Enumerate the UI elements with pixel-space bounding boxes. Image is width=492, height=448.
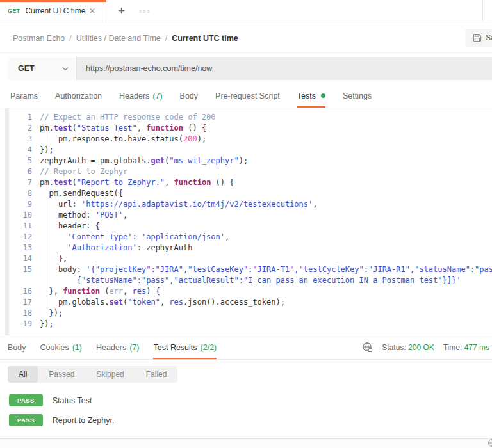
time-value: 477 ms [464, 343, 489, 352]
response-tab-count: (7) [129, 343, 139, 352]
pass-badge: PASS [9, 394, 43, 406]
tests-code-editor[interactable]: 1// Expect an HTTP response code of 2002… [0, 108, 492, 335]
response-tab-label: Test Results [153, 343, 197, 352]
response-tab-cookies[interactable]: Cookies(1) [40, 335, 82, 359]
test-results-list: PASSStatus TestPASSReport to Zephyr. [0, 390, 492, 430]
ellipsis-icon: ○○○ [139, 9, 151, 13]
code-line: 5zephyrAuth = pm.globals.get("ms-wit_zep… [0, 156, 492, 166]
status-label: Status: [382, 343, 406, 352]
code-line-content: }); [40, 308, 492, 319]
request-tab-label: Pre-request Script [215, 92, 280, 100]
request-tab-label: Body [180, 92, 199, 100]
code-line: 18 }); [0, 308, 492, 319]
code-line: 1// Expect an HTTP response code of 200 [0, 112, 492, 123]
pass-badge: PASS [9, 414, 43, 426]
request-tab-pre-request-script[interactable]: Pre-request Script [215, 84, 280, 108]
new-tab-button[interactable]: + [118, 0, 125, 22]
code-line: 16 }, function (err, res) { [0, 286, 492, 297]
request-tab-label: Tests [297, 92, 316, 100]
code-line-content: url: 'https://api.adaptavist.io/tm4j/v2/… [40, 199, 492, 210]
breadcrumb-item-postman-echo[interactable]: Postman Echo [13, 34, 65, 43]
request-section-tabs: ParamsAuthorizationHeaders(7)BodyPre-req… [0, 84, 492, 108]
url-bar: GET [8, 57, 492, 80]
request-tab-tests[interactable]: Tests [297, 84, 325, 108]
green-dot-icon [321, 93, 325, 98]
code-line: 19}); [0, 319, 492, 330]
save-button[interactable]: Save [465, 29, 492, 47]
code-line-content: }); [40, 319, 492, 330]
code-line-content: body: '{"projectKey":"JIRA","testCaseKey… [40, 264, 492, 275]
indent-guide [49, 188, 49, 319]
response-tab-count: (1) [72, 343, 82, 352]
code-line-content: // Expect an HTTP response code of 200 [40, 112, 492, 123]
network-globe-lock-icon[interactable] [362, 342, 373, 353]
response-tab-count: (2/2) [201, 343, 217, 352]
code-line: 6// Report to Zephyr [0, 166, 492, 177]
breadcrumb-separator: / [69, 34, 71, 43]
more-tabs-button[interactable]: ○○○ [139, 0, 151, 22]
response-tab-test-results[interactable]: Test Results(2/2) [153, 335, 217, 359]
breadcrumb: Postman Echo/Utilities / Date and Time/C… [13, 32, 238, 44]
code-line: 3 pm.response.to.have.status(200); [0, 134, 492, 145]
code-line: {"statusName":"pass","actualResult":"I c… [0, 275, 492, 286]
code-lines: 1// Expect an HTTP response code of 2002… [0, 112, 492, 330]
response-tabs: BodyCookies(1)Headers(7)Test Results(2/2… [8, 335, 217, 359]
code-line-content: 'Content-Type': 'application/json', [40, 232, 492, 243]
request-tab-body[interactable]: Body [180, 84, 199, 108]
filter-all[interactable]: All [8, 366, 38, 383]
response-tab-body[interactable]: Body [8, 335, 26, 359]
request-tab-headers[interactable]: Headers(7) [119, 84, 163, 108]
tab-title: Current UTC time [25, 6, 85, 15]
tabbar-divider [482, 0, 483, 22]
code-line-content: pm.sendRequest({ [40, 188, 492, 199]
response-tab-headers[interactable]: Headers(7) [96, 335, 140, 359]
code-line-content: header: { [40, 221, 492, 232]
editor-gutter-strip [5, 108, 9, 335]
request-tab-settings[interactable]: Settings [343, 84, 372, 108]
time-indicator: Time: 477 ms [443, 343, 489, 352]
code-line: 9 url: 'https://api.adaptavist.io/tm4j/v… [0, 199, 492, 210]
code-line-content: pm.test("Status Test", function () { [40, 123, 492, 134]
url-input[interactable] [77, 57, 492, 80]
status-value: 200 OK [408, 343, 434, 352]
breadcrumb-row: Postman Echo/Utilities / Date and Time/C… [0, 22, 492, 53]
chevron-down-icon [62, 67, 69, 71]
request-tab-count: (7) [152, 92, 162, 100]
filter-skipped[interactable]: Skipped [85, 366, 135, 383]
breadcrumb-item-utilities-date-and-time[interactable]: Utilities / Date and Time [76, 34, 161, 43]
method-select[interactable]: GET [8, 57, 77, 80]
url-row: GET [0, 53, 492, 84]
code-line-content: }, function (err, res) { [40, 286, 492, 297]
request-tab-label: Params [10, 92, 38, 100]
code-line: 13 'Authorization': zephyrAuth [0, 243, 492, 253]
code-line-content: {"statusName":"pass","actualResult":"I c… [40, 275, 492, 286]
response-section-bar: BodyCookies(1)Headers(7)Test Results(2/2… [0, 335, 492, 360]
test-result-name: Report to Zephyr. [53, 416, 115, 425]
code-line-content: method: 'POST', [40, 210, 492, 221]
filter-passed[interactable]: Passed [38, 366, 85, 383]
save-button-label: Save [486, 33, 492, 42]
response-tab-label: Body [8, 343, 26, 352]
footer-globe-icon[interactable] [488, 438, 492, 447]
code-line: 12 'Content-Type': 'application/json', [0, 232, 492, 243]
request-tab-params[interactable]: Params [10, 84, 38, 108]
code-line-content: // Report to Zephyr [40, 166, 492, 177]
status-footer [0, 438, 492, 448]
code-line: 14 }, [0, 253, 492, 264]
postman-window: GET Current UTC time ✕ + ○○○ Postman Ech… [0, 0, 492, 448]
filter-failed[interactable]: Failed [135, 366, 178, 383]
code-line-content: pm.test("Report to Zephyr.", function ()… [40, 177, 492, 188]
code-line: 10 method: 'POST', [0, 210, 492, 221]
tab-bar: GET Current UTC time ✕ + ○○○ [0, 0, 492, 22]
request-tab-current-utc-time[interactable]: GET Current UTC time ✕ [0, 0, 106, 22]
code-line: 2pm.test("Status Test", function () { [0, 123, 492, 134]
request-tab-authorization[interactable]: Authorization [55, 84, 102, 108]
tab-method-badge: GET [8, 8, 20, 14]
request-tab-label: Authorization [55, 92, 102, 100]
code-line: 15 body: '{"projectKey":"JIRA","testCase… [0, 264, 492, 275]
test-result-name: Status Test [53, 396, 92, 405]
method-value: GET [18, 64, 62, 73]
close-icon[interactable]: ✕ [86, 5, 98, 17]
code-line-content: 'Authorization': zephyrAuth [40, 243, 492, 253]
test-result-row: PASSReport to Zephyr. [0, 410, 492, 430]
